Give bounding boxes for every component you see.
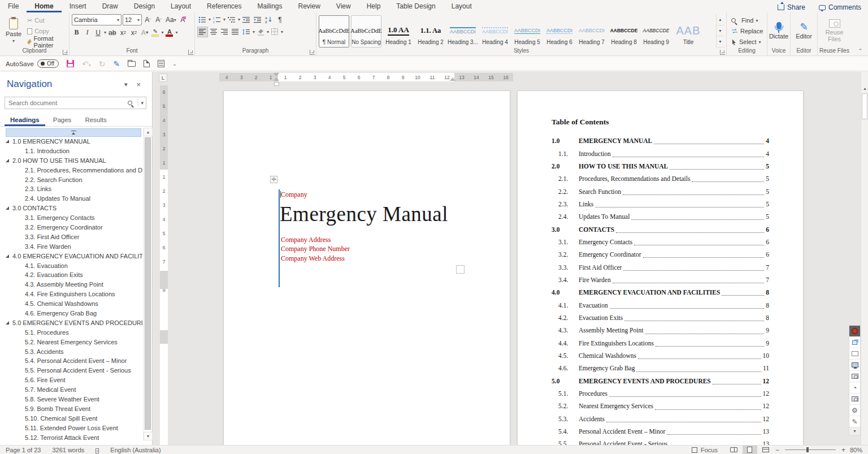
clipboard-dialog-launcher[interactable] [63,50,68,55]
nav-heading-item[interactable]: 3.1. Emergency Contacts [0,213,142,223]
read-mode-button[interactable] [727,446,741,454]
nav-heading-item[interactable]: 4.2. Evacuation Exits [0,270,142,280]
navigation-tab[interactable]: Pages [47,115,77,126]
navigation-scrollbar[interactable]: ▲ ▼ [143,128,152,440]
toc-entry[interactable]: 5.1. Procedures 12 [552,387,769,400]
print-preview-icon[interactable] [158,60,164,67]
web-layout-button[interactable] [758,446,773,454]
toc-entry[interactable]: 4.2. Evacuation Exits 8 [552,312,769,324]
expand-arrow-icon[interactable] [6,321,9,325]
nav-heading-item[interactable]: 3.0 CONTACTS [0,204,142,213]
tab-stop-selector[interactable]: L [159,73,167,82]
focus-button[interactable]: Focus [701,447,718,453]
toc-entry[interactable]: 5.0 EMERGENCY EVENTS AND PROCEDURES 12 [552,375,769,387]
line-spacing-button[interactable] [241,27,251,37]
styles-scroll-up-button[interactable]: ▲ [717,14,724,25]
toc-entry[interactable]: 4.4. Fire Extinguishers Locations 9 [552,337,769,349]
styles-dialog-launcher[interactable] [720,50,725,55]
zoom-in-icon[interactable]: + [840,446,847,454]
ribbon-tab[interactable]: Layout [163,1,199,12]
nav-heading-item[interactable]: 3.3. First Aid Officer [0,232,142,242]
toc-entry[interactable]: 2.1. Procedures, Recommendations and Det… [552,172,769,185]
toc-entry[interactable]: 3.4. Fire Warden 7 [552,274,769,286]
nav-heading-item[interactable]: 4.4. Fire Extinguishers Locations [0,289,142,299]
toc-entry[interactable]: 3.2. Emergency Coordinator 6 [552,248,769,261]
style-option[interactable]: AABBCCDE Heading 9 [641,15,671,47]
nav-heading-item[interactable]: 3.4. Fire Warden [0,242,142,252]
nav-heading-item[interactable]: 2.0 HOW TO USE THIS MANUAL [0,156,142,166]
horizontal-ruler[interactable]: 4321 123456789101112 13141516 [219,73,513,81]
sort-button[interactable]: AZ [264,14,274,25]
table-move-handle[interactable]: ✛ [270,176,277,183]
style-option[interactable]: AABBCCDI Heading 5 [512,15,542,47]
toc-entry[interactable]: 2.2. Search Function 5 [552,185,769,197]
new-document-icon[interactable] [144,60,150,67]
style-option[interactable]: AaBbCcDdE ¶ Normal [319,15,349,47]
align-left-button[interactable] [197,27,208,37]
font-size-combo[interactable]: 12▾ [123,14,142,25]
nav-heading-item[interactable]: 1.0 EMERGENCY MANUAL [0,137,142,146]
print-layout-button[interactable] [743,446,757,454]
document-search-box[interactable]: ▾ [5,97,146,109]
nav-heading-item[interactable]: 4.3. Assembly Meeting Point [0,280,142,289]
addin-timer-button[interactable]: ◔ [849,382,860,394]
style-option[interactable]: AABBCCDI Heading 6 [544,15,575,47]
navigation-tab[interactable]: Headings [5,115,45,126]
nav-heading-item[interactable]: 5.11. Extended Power Loss Event [0,423,142,433]
scroll-down-icon[interactable]: ▼ [144,432,153,440]
ribbon-tab[interactable]: File [0,1,27,12]
nav-heading-item[interactable]: 4.1. Evacuation [0,261,142,271]
toc-entry[interactable]: 3.3. First Aid Officer 7 [552,261,769,273]
share-button[interactable]: Share [771,2,812,12]
undo-icon[interactable]: ↶▾ [82,59,91,68]
language-indicator[interactable]: English (Australia) [105,447,166,453]
toc-entry[interactable]: 4.1. Evacuation 8 [552,299,769,311]
ribbon-tab[interactable]: Review [290,1,328,12]
font-name-combo[interactable]: Cambria▾ [72,14,121,25]
addin-settings-button[interactable]: ⚙ [849,405,860,416]
superscript-button[interactable]: x2 [129,27,138,38]
nav-heading-item[interactable]: 2.3. Links [0,184,142,194]
multilevel-list-button[interactable] [227,14,237,25]
addin-camera-button[interactable] [849,394,860,405]
toc-entry[interactable]: 4.0 EMERGENCY EVACUATION AND FACILITIES … [552,286,769,299]
font-color-button[interactable]: A [164,27,174,38]
nav-heading-item[interactable]: 5.7. Medical Event [0,385,142,395]
navigation-scrollbar-thumb[interactable] [145,137,151,430]
company-details-text[interactable]: Company Address Company Phone Number Com… [281,235,350,263]
numbering-button[interactable]: 12 [212,14,222,25]
document-page-1[interactable]: ✛ Company Emergency Manual Company Addre… [223,90,510,445]
nav-heading-item[interactable]: 2.4. Updates To Manual [0,194,142,204]
document-page-2[interactable]: Table of Contents 1.0 EMERGENCY MANUAL 4… [517,90,804,445]
first-line-indent-marker[interactable] [274,73,279,76]
indent-box-marker[interactable] [274,82,279,86]
subscript-button[interactable]: x2 [118,27,128,38]
ribbon-tab[interactable]: Mailings [249,1,290,12]
toc-entry[interactable]: 5.3. Accidents 12 [552,413,769,425]
show-hide-pilcrow-button[interactable]: ¶ [275,14,285,25]
collapse-ribbon-button[interactable]: ⌃ [858,48,862,54]
nav-selected-item[interactable] [6,128,141,137]
autosave-toggle[interactable]: Off [37,59,59,68]
contextual-tab[interactable]: Table Design [388,1,443,12]
expand-arrow-icon[interactable] [6,206,9,210]
paragraph-dialog-launcher[interactable] [310,50,315,55]
addin-bug-button[interactable] [849,326,860,337]
text-effects-button[interactable]: A▾ [140,27,149,38]
underline-button[interactable]: U [93,27,103,38]
nav-heading-item[interactable]: 4.0 EMERGENCY EVACUATION AND FACILITIES [0,252,142,261]
table-cell-marker[interactable] [456,265,465,274]
nav-heading-item[interactable]: 5.0 EMERGENCY EVENTS AND PROCEDURES [0,318,142,328]
nav-heading-item[interactable]: 5.10. Chemical Spill Event [0,414,142,423]
addin-edit-button[interactable]: ✎ [849,416,860,427]
ribbon-tab[interactable]: Design [126,1,163,12]
draw-pen-icon[interactable]: ✎ [114,59,120,68]
bold-button[interactable]: B [72,27,81,38]
nav-heading-item[interactable]: 5.1. Procedures [0,328,142,338]
find-button[interactable]: Find▾ [729,15,765,25]
navigation-options-icon[interactable]: ▾ [120,81,132,88]
nav-heading-item[interactable]: 5.5. Personal Accident Event - Serious [0,366,142,375]
nav-heading-item[interactable]: 3.2. Emergency Coordinator [0,223,142,232]
shrink-font-button[interactable]: Aˇ [154,15,163,25]
nav-heading-item[interactable]: 2.1. Procedures, Recommendations and Det… [0,166,142,175]
